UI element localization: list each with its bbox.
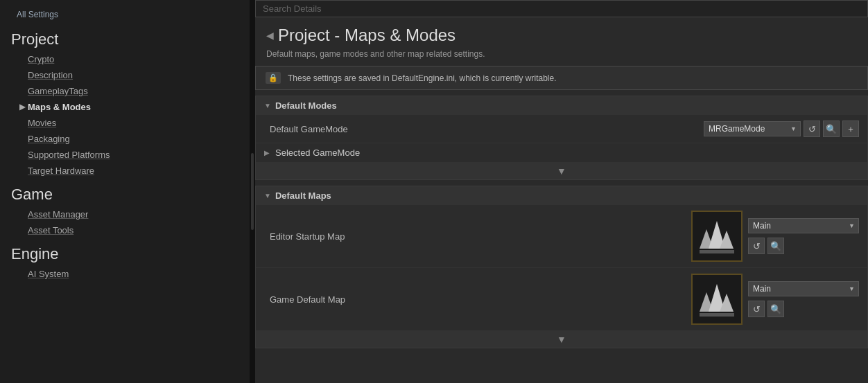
game-default-map-thumbnail [691,274,743,325]
all-settings-link[interactable]: All Settings [0,6,250,24]
default-gamemode-select-wrap: MRGameMode GameMode GameModeBase [704,121,801,136]
default-gamemode-select[interactable]: MRGameMode GameMode GameModeBase [704,121,801,136]
content-area: ◀ Project - Maps & Modes Default maps, g… [255,17,868,383]
sidebar: All Settings Project Crypto Description … [0,0,250,383]
game-section-header: Game [0,179,250,206]
reset-editor-map-button[interactable]: ↺ [748,238,765,254]
game-map-thumbnail-svg [696,278,738,320]
svg-marker-0 [700,250,734,253]
default-gamemode-controls: MRGameMode GameMode GameModeBase ↺ 🔍 + [704,121,859,137]
default-gamemode-row: Default GameMode MRGameMode GameMode Gam… [256,115,867,143]
sidebar-item-movies[interactable]: Movies [0,115,250,131]
search-gamemode-button[interactable]: 🔍 [823,121,840,137]
add-gamemode-button[interactable]: + [842,121,859,137]
page-title: Project - Maps & Modes [278,26,455,45]
search-input[interactable] [255,0,868,17]
default-modes-body: Default GameMode MRGameMode GameMode Gam… [256,115,867,179]
sidebar-item-gameplay-tags[interactable]: GameplayTags [0,83,250,99]
engine-section-header: Engine [0,238,250,266]
collapse-modes-icon: ▼ [264,102,271,109]
lock-icon: 🔒 [266,72,281,84]
default-modes-label: Default Modes [275,100,337,111]
map-thumbnail-svg [696,215,738,257]
page-title-row: ◀ Project - Maps & Modes [255,17,868,48]
modes-scroll-down-icon[interactable]: ▼ [557,166,566,177]
sidebar-item-ai-system[interactable]: AI System [0,266,250,282]
sidebar-item-asset-tools[interactable]: Asset Tools [0,222,250,238]
sidebar-item-description[interactable]: Description [0,67,250,83]
editor-startup-map-thumbnail [691,211,743,262]
sidebar-item-asset-manager[interactable]: Asset Manager [0,206,250,222]
sidebar-item-crypto[interactable]: Crypto [0,51,250,67]
game-default-map-select-wrap: Main Default None [748,281,859,296]
game-default-map-label: Game Default Map [264,294,686,305]
main-content: ◀ Project - Maps & Modes Default maps, g… [255,0,868,383]
maps-scroll-indicator: ▼ [256,331,867,348]
default-modes-section: ▼ Default Modes Default GameMode MRGameM… [255,96,868,180]
collapse-maps-icon: ▼ [264,192,271,199]
editor-startup-map-select-wrap: Main Default None [748,218,859,233]
maps-scroll-down-icon[interactable]: ▼ [557,334,566,345]
active-arrow-icon: ▶ [19,103,25,112]
default-maps-section: ▼ Default Maps Editor Startup Map [255,186,868,348]
game-default-map-controls: Main Default None ↺ 🔍 [748,281,859,317]
game-default-map-row: Game Default Map [256,268,867,331]
expand-selected-gamemode-icon[interactable]: ▶ [264,149,270,157]
project-section-header: Project [0,24,250,51]
info-bar: 🔒 These settings are saved in DefaultEng… [255,66,868,90]
selected-gamemode-row: ▶ Selected GameMode [256,143,867,163]
search-editor-map-button[interactable]: 🔍 [767,238,784,254]
game-default-map-select[interactable]: Main Default None [748,281,859,296]
search-game-map-button[interactable]: 🔍 [767,301,784,317]
reset-game-map-button[interactable]: ↺ [748,301,765,317]
sidebar-item-target-hardware[interactable]: Target Hardware [0,163,250,179]
sidebar-divider [250,0,255,383]
editor-startup-map-select[interactable]: Main Default None [748,218,859,233]
sidebar-item-packaging[interactable]: Packaging [0,131,250,147]
selected-gamemode-label: Selected GameMode [275,148,360,158]
editor-startup-map-label: Editor Startup Map [264,231,686,242]
info-bar-text: These settings are saved in DefaultEngin… [288,73,557,83]
default-maps-body: Editor Startup Map [256,205,867,348]
default-maps-label: Default Maps [275,190,331,201]
sidebar-item-label: Maps & Modes [28,102,91,112]
sidebar-item-maps-modes[interactable]: ▶ Maps & Modes [0,99,250,115]
default-gamemode-label: Default GameMode [264,124,698,134]
modes-scroll-indicator: ▼ [256,163,867,179]
sidebar-item-supported-platforms[interactable]: Supported Platforms [0,147,250,163]
default-maps-header[interactable]: ▼ Default Maps [256,186,867,205]
reset-gamemode-button[interactable]: ↺ [804,121,820,137]
editor-startup-map-controls: Main Default None ↺ 🔍 [748,218,859,254]
svg-marker-7 [700,313,734,317]
default-modes-header[interactable]: ▼ Default Modes [256,96,867,115]
page-subtitle: Default maps, game modes and other map r… [255,48,868,66]
page-title-arrow-icon: ◀ [266,30,274,41]
editor-startup-map-row: Editor Startup Map [256,205,867,268]
